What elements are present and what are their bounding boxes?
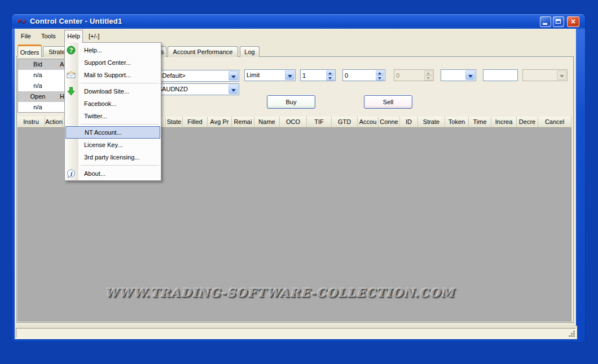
stop-price-input <box>394 70 425 81</box>
atm-preset-combo[interactable]: <Default> <box>156 70 239 82</box>
menu-item-mail-to-support[interactable]: Mail to Support... <box>65 69 161 81</box>
menu-tools[interactable]: Tools <box>37 31 60 42</box>
limit-price-input[interactable] <box>343 70 377 81</box>
resize-grip[interactable] <box>568 330 575 337</box>
menu-item-facebook[interactable]: Facebook... <box>65 97 161 110</box>
buy-button[interactable]: Buy <box>267 95 315 109</box>
spin-down-icon[interactable] <box>376 76 384 81</box>
order-type-value: Limit <box>247 72 260 78</box>
account-combo <box>522 69 568 81</box>
menu-separator <box>81 83 159 83</box>
col-header-time[interactable]: Time <box>469 117 491 128</box>
sell-button[interactable]: Sell <box>364 95 412 109</box>
atm-preset-value: <Default> <box>159 72 186 79</box>
mail-icon <box>67 70 76 79</box>
oco-field[interactable] <box>483 69 518 81</box>
menu-item-label: Twitter... <box>84 110 107 122</box>
chevron-down-icon[interactable] <box>465 70 475 80</box>
col-header-connection[interactable]: Conne <box>379 117 400 128</box>
minimize-button[interactable] <box>540 16 551 27</box>
menu-item-nt-account[interactable]: NT Account... <box>65 126 160 139</box>
spin-down-icon[interactable] <box>326 76 335 81</box>
menu-plus-minus[interactable]: [+/-] <box>84 31 104 42</box>
spin-down-icon <box>424 76 433 81</box>
menu-item-label: NT Account... <box>85 127 122 138</box>
col-header-state[interactable]: State <box>166 117 183 128</box>
tab-label: Account Performance <box>173 48 233 55</box>
menu-item-label: Help... <box>84 44 102 56</box>
menu-item-download-site[interactable]: Download Site... <box>65 85 161 97</box>
maximize-icon <box>556 19 561 24</box>
chevron-down-icon[interactable] <box>285 70 294 80</box>
col-header-avg-price[interactable]: Avg Pr <box>208 117 232 128</box>
menu-file[interactable]: File <box>16 31 36 42</box>
control-center-window: Control Center - Untitled1 × File Tools … <box>11 14 586 343</box>
bid-value-2: n/a <box>18 81 58 91</box>
svg-text:?: ? <box>69 47 73 54</box>
titlebar[interactable]: Control Center - Untitled1 × <box>12 14 585 29</box>
menu-item-label: 3rd party licensing... <box>84 151 139 163</box>
instrument-combo[interactable]: $AUDNZD <box>156 83 239 95</box>
col-header-cancel[interactable]: Cancel <box>538 117 571 128</box>
limit-price-stepper[interactable] <box>342 69 385 81</box>
download-arrow-icon <box>67 87 76 96</box>
col-header-decrease[interactable]: Decre <box>517 117 538 128</box>
close-button[interactable]: × <box>567 16 579 27</box>
spin-up-icon[interactable] <box>326 70 335 76</box>
menu-item-license-key[interactable]: License Key... <box>65 139 161 151</box>
bid-header: Bid <box>18 59 58 70</box>
tab-orders[interactable]: Orders <box>17 45 42 57</box>
help-circle-icon: ? <box>67 46 76 55</box>
menu-item-label: Mail to Support... <box>84 69 131 81</box>
menu-item-label: Support Center... <box>84 56 131 69</box>
minimize-icon <box>543 23 547 25</box>
col-header-account[interactable]: Accou <box>358 117 379 128</box>
col-header-filled[interactable]: Filled <box>183 117 208 128</box>
menu-separator <box>81 124 159 125</box>
chevron-down-icon[interactable] <box>228 85 238 94</box>
chevron-down-icon[interactable] <box>228 71 238 81</box>
stop-price-stepper <box>394 69 434 81</box>
tif-combo[interactable] <box>441 69 476 81</box>
spin-up-icon[interactable] <box>376 70 384 76</box>
instrument-value: $AUDNZD <box>159 86 188 92</box>
qty-input[interactable] <box>301 70 327 81</box>
menu-item-3rd-party-licensing[interactable]: 3rd party licensing... <box>65 151 161 163</box>
maximize-button[interactable] <box>553 16 564 27</box>
col-header-oco[interactable]: OCO <box>280 117 307 128</box>
menu-separator <box>81 165 159 166</box>
status-bar <box>15 326 577 339</box>
tab-label: Orders <box>20 49 39 56</box>
col-header-increase[interactable]: Increa <box>491 117 517 128</box>
open-value: n/a <box>18 102 58 113</box>
bid-value: n/a <box>18 70 58 81</box>
menu-item-about[interactable]: i About... <box>65 167 161 180</box>
tab-label: Log <box>244 48 254 55</box>
tab-account-performance[interactable]: Account Performance <box>168 46 238 57</box>
col-header-token[interactable]: Token <box>445 117 469 128</box>
help-dropdown-menu: ? Help... Support Center... Mail to Supp… <box>64 42 161 181</box>
menu-item-support-center[interactable]: Support Center... <box>65 56 161 69</box>
col-header-action[interactable]: Action <box>45 117 63 128</box>
qty-stepper[interactable] <box>300 69 336 81</box>
menu-help[interactable]: Help <box>64 30 83 43</box>
col-header-name[interactable]: Name <box>254 117 280 128</box>
col-header-gtd[interactable]: GTD <box>332 117 358 128</box>
col-header-id[interactable]: ID <box>400 117 418 128</box>
oco-input[interactable] <box>483 70 517 81</box>
menu-item-twitter[interactable]: Twitter... <box>65 110 161 122</box>
col-header-strategy[interactable]: Strate <box>418 117 445 128</box>
col-header-tif[interactable]: TIF <box>307 117 332 128</box>
col-header-instrument[interactable]: Instru <box>17 117 45 128</box>
order-type-combo[interactable]: Limit <box>244 69 296 81</box>
watermark-text: WWW.TRADING-SOFTWARE-COLLECTION.COM <box>3 286 556 300</box>
ninjatrader-logo-icon <box>17 17 27 26</box>
menu-item-help[interactable]: ? Help... <box>65 44 161 56</box>
col-header-remaining[interactable]: Remai <box>232 117 254 128</box>
spin-up-icon <box>424 70 433 76</box>
open-header: Open <box>18 91 58 102</box>
info-icon: i <box>67 169 76 178</box>
chevron-down-icon <box>557 70 566 80</box>
tab-log[interactable]: Log <box>240 46 260 57</box>
menu-item-label: License Key... <box>84 139 122 151</box>
